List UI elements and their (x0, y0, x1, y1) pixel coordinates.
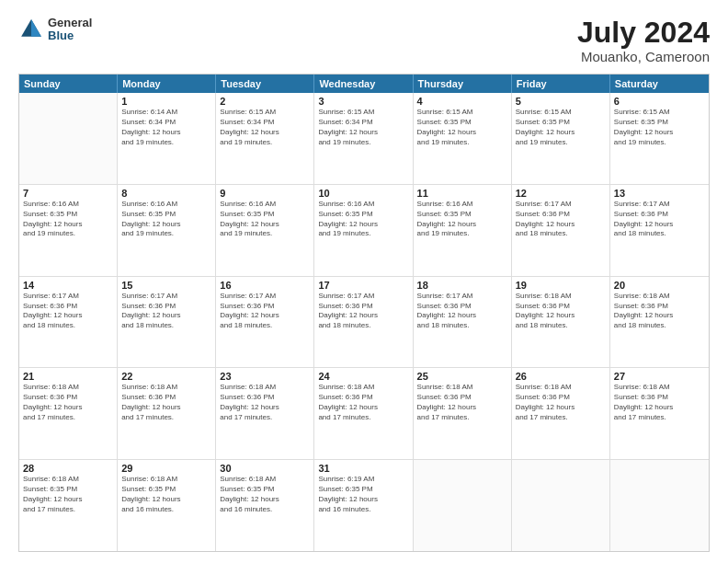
day-number: 17 (318, 280, 408, 291)
day-info: Sunrise: 6:19 AM Sunset: 6:35 PM Dayligh… (318, 475, 408, 514)
logo-text: General Blue (48, 17, 92, 43)
day-number: 21 (23, 371, 113, 382)
calendar-week-row: 7Sunrise: 6:16 AM Sunset: 6:35 PM Daylig… (19, 185, 709, 277)
day-info: Sunrise: 6:18 AM Sunset: 6:36 PM Dayligh… (318, 383, 408, 422)
calendar-day-cell: 12Sunrise: 6:17 AM Sunset: 6:36 PM Dayli… (512, 185, 610, 276)
calendar-day-cell: 13Sunrise: 6:17 AM Sunset: 6:36 PM Dayli… (610, 185, 709, 276)
subtitle: Mouanko, Cameroon (577, 49, 710, 64)
calendar-day-cell: 2Sunrise: 6:15 AM Sunset: 6:34 PM Daylig… (216, 93, 314, 184)
day-info: Sunrise: 6:16 AM Sunset: 6:35 PM Dayligh… (220, 200, 310, 239)
day-number: 22 (121, 371, 211, 382)
day-number: 6 (614, 96, 705, 107)
calendar-day-cell: 24Sunrise: 6:18 AM Sunset: 6:36 PM Dayli… (314, 368, 413, 459)
day-info: Sunrise: 6:18 AM Sunset: 6:35 PM Dayligh… (23, 475, 113, 514)
svg-marker-1 (31, 19, 41, 37)
calendar-header-cell: Sunday (19, 75, 118, 93)
day-number: 13 (614, 188, 705, 199)
calendar-header-cell: Wednesday (314, 75, 413, 93)
calendar-day-cell (610, 460, 709, 551)
calendar-header-cell: Tuesday (216, 75, 314, 93)
day-info: Sunrise: 6:18 AM Sunset: 6:36 PM Dayligh… (614, 292, 705, 331)
calendar-day-cell: 4Sunrise: 6:15 AM Sunset: 6:35 PM Daylig… (414, 93, 512, 184)
day-info: Sunrise: 6:16 AM Sunset: 6:35 PM Dayligh… (417, 200, 507, 239)
calendar-header-cell: Saturday (610, 75, 709, 93)
day-info: Sunrise: 6:14 AM Sunset: 6:34 PM Dayligh… (121, 108, 211, 147)
day-info: Sunrise: 6:15 AM Sunset: 6:35 PM Dayligh… (614, 108, 705, 147)
calendar-day-cell (19, 93, 118, 184)
day-info: Sunrise: 6:16 AM Sunset: 6:35 PM Dayligh… (121, 200, 211, 239)
calendar-week-row: 28Sunrise: 6:18 AM Sunset: 6:35 PM Dayli… (19, 460, 709, 551)
day-number: 28 (23, 463, 113, 474)
day-number: 3 (318, 96, 408, 107)
day-number: 24 (318, 371, 408, 382)
calendar-day-cell: 15Sunrise: 6:17 AM Sunset: 6:36 PM Dayli… (118, 277, 216, 368)
calendar-day-cell (512, 460, 610, 551)
day-number: 30 (220, 463, 310, 474)
day-number: 12 (516, 188, 606, 199)
day-number: 15 (121, 280, 211, 291)
day-info: Sunrise: 6:16 AM Sunset: 6:35 PM Dayligh… (23, 200, 113, 239)
day-number: 25 (417, 371, 507, 382)
calendar-day-cell: 27Sunrise: 6:18 AM Sunset: 6:36 PM Dayli… (610, 368, 709, 459)
day-number: 9 (220, 188, 310, 199)
calendar-day-cell: 6Sunrise: 6:15 AM Sunset: 6:35 PM Daylig… (610, 93, 709, 184)
calendar-day-cell: 30Sunrise: 6:18 AM Sunset: 6:35 PM Dayli… (216, 460, 314, 551)
calendar-day-cell: 21Sunrise: 6:18 AM Sunset: 6:36 PM Dayli… (19, 368, 118, 459)
calendar-header-cell: Friday (512, 75, 610, 93)
calendar-week-row: 14Sunrise: 6:17 AM Sunset: 6:36 PM Dayli… (19, 277, 709, 369)
calendar-day-cell (414, 460, 512, 551)
calendar-day-cell: 5Sunrise: 6:15 AM Sunset: 6:35 PM Daylig… (512, 93, 610, 184)
day-info: Sunrise: 6:18 AM Sunset: 6:36 PM Dayligh… (417, 383, 507, 422)
day-info: Sunrise: 6:17 AM Sunset: 6:36 PM Dayligh… (318, 292, 408, 331)
day-info: Sunrise: 6:18 AM Sunset: 6:36 PM Dayligh… (516, 383, 606, 422)
day-info: Sunrise: 6:15 AM Sunset: 6:35 PM Dayligh… (417, 108, 507, 147)
calendar-day-cell: 14Sunrise: 6:17 AM Sunset: 6:36 PM Dayli… (19, 277, 118, 368)
day-info: Sunrise: 6:18 AM Sunset: 6:36 PM Dayligh… (614, 383, 705, 422)
calendar-week-row: 1Sunrise: 6:14 AM Sunset: 6:34 PM Daylig… (19, 93, 709, 185)
day-info: Sunrise: 6:18 AM Sunset: 6:35 PM Dayligh… (121, 475, 211, 514)
day-info: Sunrise: 6:18 AM Sunset: 6:35 PM Dayligh… (220, 475, 310, 514)
day-info: Sunrise: 6:17 AM Sunset: 6:36 PM Dayligh… (417, 292, 507, 331)
calendar-week-row: 21Sunrise: 6:18 AM Sunset: 6:36 PM Dayli… (19, 368, 709, 460)
day-number: 7 (23, 188, 113, 199)
logo-blue: Blue (48, 29, 92, 42)
day-info: Sunrise: 6:18 AM Sunset: 6:36 PM Dayligh… (121, 383, 211, 422)
day-info: Sunrise: 6:15 AM Sunset: 6:34 PM Dayligh… (318, 108, 408, 147)
calendar-day-cell: 18Sunrise: 6:17 AM Sunset: 6:36 PM Dayli… (414, 277, 512, 368)
calendar-day-cell: 23Sunrise: 6:18 AM Sunset: 6:36 PM Dayli… (216, 368, 314, 459)
day-info: Sunrise: 6:18 AM Sunset: 6:36 PM Dayligh… (23, 383, 113, 422)
calendar-day-cell: 29Sunrise: 6:18 AM Sunset: 6:35 PM Dayli… (118, 460, 216, 551)
calendar-day-cell: 3Sunrise: 6:15 AM Sunset: 6:34 PM Daylig… (314, 93, 413, 184)
calendar-day-cell: 17Sunrise: 6:17 AM Sunset: 6:36 PM Dayli… (314, 277, 413, 368)
day-number: 20 (614, 280, 705, 291)
logo: General Blue (18, 17, 92, 43)
calendar-day-cell: 31Sunrise: 6:19 AM Sunset: 6:35 PM Dayli… (314, 460, 413, 551)
day-info: Sunrise: 6:15 AM Sunset: 6:35 PM Dayligh… (516, 108, 606, 147)
calendar-day-cell: 10Sunrise: 6:16 AM Sunset: 6:35 PM Dayli… (314, 185, 413, 276)
day-number: 29 (121, 463, 211, 474)
main-title: July 2024 (577, 17, 710, 49)
day-number: 19 (516, 280, 606, 291)
calendar-header-cell: Monday (118, 75, 216, 93)
day-info: Sunrise: 6:18 AM Sunset: 6:36 PM Dayligh… (220, 383, 310, 422)
calendar-day-cell: 7Sunrise: 6:16 AM Sunset: 6:35 PM Daylig… (19, 185, 118, 276)
calendar-day-cell: 22Sunrise: 6:18 AM Sunset: 6:36 PM Dayli… (118, 368, 216, 459)
calendar-day-cell: 9Sunrise: 6:16 AM Sunset: 6:35 PM Daylig… (216, 185, 314, 276)
day-number: 14 (23, 280, 113, 291)
day-info: Sunrise: 6:17 AM Sunset: 6:36 PM Dayligh… (614, 200, 705, 239)
title-block: July 2024 Mouanko, Cameroon (577, 17, 710, 64)
day-info: Sunrise: 6:17 AM Sunset: 6:36 PM Dayligh… (121, 292, 211, 331)
calendar-day-cell: 28Sunrise: 6:18 AM Sunset: 6:35 PM Dayli… (19, 460, 118, 551)
day-info: Sunrise: 6:18 AM Sunset: 6:36 PM Dayligh… (516, 292, 606, 331)
day-number: 18 (417, 280, 507, 291)
day-number: 23 (220, 371, 310, 382)
day-number: 8 (121, 188, 211, 199)
day-number: 16 (220, 280, 310, 291)
calendar-day-cell: 8Sunrise: 6:16 AM Sunset: 6:35 PM Daylig… (118, 185, 216, 276)
calendar-day-cell: 11Sunrise: 6:16 AM Sunset: 6:35 PM Dayli… (414, 185, 512, 276)
logo-icon (18, 17, 44, 42)
day-number: 31 (318, 463, 408, 474)
page: General Blue July 2024 Mouanko, Cameroon… (0, 0, 728, 563)
calendar-day-cell: 1Sunrise: 6:14 AM Sunset: 6:34 PM Daylig… (118, 93, 216, 184)
day-number: 26 (516, 371, 606, 382)
